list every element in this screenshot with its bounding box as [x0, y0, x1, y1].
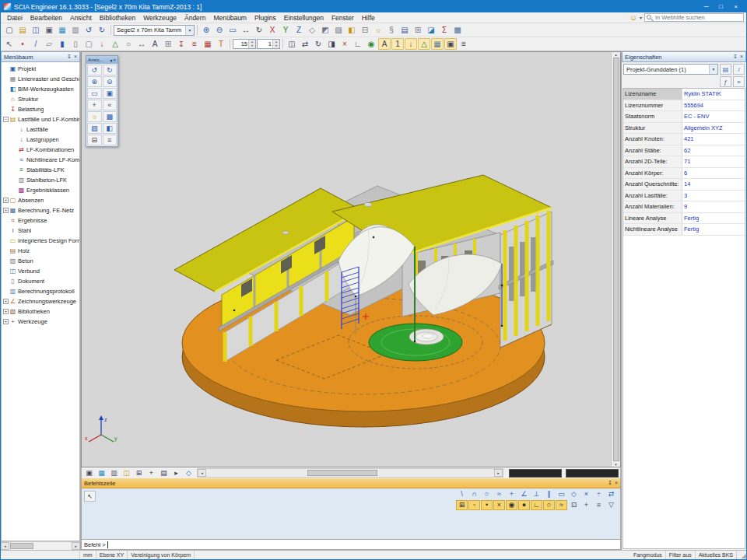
scrollbar-thumb[interactable] [307, 470, 377, 476]
animation-preview-box[interactable] [566, 469, 619, 478]
help-smiley-icon[interactable]: ☺ [630, 14, 637, 22]
tree-expander[interactable] [3, 268, 9, 274]
spline-icon[interactable]: ≈ [493, 489, 505, 499]
tree-expander[interactable]: + [3, 309, 9, 314]
divide-icon[interactable]: ÷ [593, 489, 605, 499]
numbering-toggle-icon[interactable]: 1 [391, 38, 404, 50]
tree-expander[interactable]: − [3, 117, 9, 122]
property-row[interactable]: Nichtlineare Analyse Fertig [623, 224, 745, 236]
menu-item[interactable]: Plugins [251, 13, 280, 23]
property-row[interactable]: Anzahl Körper: 6 [623, 168, 745, 180]
tree-item[interactable]: + ▢ Absenzen [3, 195, 79, 205]
model-data-toggle-icon[interactable]: ▣ [444, 38, 457, 50]
menu-item[interactable]: Ansicht [66, 13, 96, 23]
status-cell[interactable]: Vereinigung von Körpern [128, 551, 195, 559]
measure-icon[interactable]: ∟ [352, 38, 364, 50]
clipping-box-icon[interactable]: ⊟ [359, 24, 371, 36]
save-picture-icon[interactable]: ▦ [96, 468, 107, 478]
menu-item[interactable]: Bearbeiten [26, 13, 66, 23]
clip-icon[interactable]: ⊟ [87, 135, 102, 145]
tree-expander[interactable] [3, 76, 9, 82]
storeys-icon[interactable]: ▤ [398, 24, 411, 36]
project-combo[interactable]: Segel2 x 70m Kita Tamm ▾ [114, 25, 195, 36]
spin-down-icon[interactable]: ▾ [251, 44, 253, 47]
extend-icon[interactable]: ⇄ [605, 489, 617, 499]
maximize-button[interactable]: □ [714, 2, 728, 12]
pointer-mode-button[interactable]: ↖ [84, 491, 96, 502]
animation-preview-box[interactable] [509, 469, 562, 478]
raster-icon[interactable]: ⊞ [412, 24, 424, 36]
scroll-left-icon[interactable]: ◂ [198, 469, 206, 477]
spin-down-icon[interactable]: ▾ [275, 44, 277, 47]
status-cell[interactable]: Ebene XY [96, 551, 128, 559]
menu-item[interactable]: Hilfe [358, 13, 379, 23]
count-spinner[interactable]: 1 ▴▾ [257, 39, 280, 49]
support-display-toggle-icon[interactable]: △ [418, 38, 430, 50]
function-icon[interactable]: ƒ [720, 76, 731, 87]
tree-expander[interactable] [12, 137, 17, 142]
wireframe-icon[interactable]: ▨ [332, 24, 345, 36]
picture-gallery-icon[interactable]: ▦ [56, 24, 68, 36]
move-icon[interactable]: ⇄ [299, 38, 311, 50]
tree-expander[interactable] [3, 86, 9, 92]
close-icon[interactable]: × [113, 58, 116, 63]
scroll-right-icon[interactable]: ▸ [494, 469, 503, 477]
minimize-button[interactable]: ─ [699, 2, 714, 12]
grid-snap-icon[interactable]: ⊞ [456, 500, 468, 510]
render-mode-icon[interactable]: ▩ [103, 111, 117, 122]
labels-toggle-icon[interactable]: A [378, 38, 391, 50]
load-display-toggle-icon[interactable]: ↓ [405, 38, 417, 50]
layers-icon[interactable]: ◧ [345, 24, 358, 36]
axonometry-icon[interactable]: ◇ [306, 24, 318, 36]
display-settings-icon[interactable]: ≡ [458, 38, 470, 50]
resize-grip-icon[interactable]: ◢ [737, 551, 746, 559]
tree-expander[interactable] [3, 228, 9, 233]
viewport-vertical-scrollbar[interactable]: ▴ ▾ [611, 52, 620, 467]
close-icon[interactable]: × [740, 54, 743, 60]
tree-item[interactable]: ▦ Linienraster und Geschosse [3, 74, 79, 84]
ortho-snap-icon[interactable]: ∟ [531, 500, 542, 510]
property-row[interactable]: Anzahl Querschnitte: 14 [623, 179, 745, 191]
circle-icon[interactable]: ○ [481, 489, 493, 499]
zoom-window-icon[interactable]: ▭ [226, 24, 239, 36]
rectangle-icon[interactable]: ▭ [556, 489, 567, 499]
more-actions-icon[interactable]: » [733, 76, 745, 87]
tree-item[interactable]: ◫ Verbund [3, 266, 79, 276]
tree-expander[interactable] [3, 218, 9, 223]
pan-icon[interactable]: + [87, 100, 102, 110]
library-icon[interactable]: ▤ [720, 64, 731, 75]
tree-item[interactable]: ◧ BIM-Werkzeugkasten [3, 84, 79, 94]
zoom-out-icon[interactable]: ⊖ [213, 24, 226, 36]
visibility-icon[interactable]: ◉ [365, 38, 377, 50]
status-cell[interactable]: mm [80, 551, 96, 559]
render-mode-icon[interactable]: ◩ [319, 24, 331, 36]
undo-icon[interactable]: ↺ [82, 24, 95, 36]
tree-expander[interactable] [12, 177, 17, 183]
zoom-window-icon[interactable]: ▭ [87, 88, 102, 99]
tree-item[interactable]: ▨ Beton [3, 256, 79, 266]
status-cell[interactable]: Fangmodus [630, 551, 666, 559]
tree-item[interactable]: ↓ Lastfälle [3, 124, 79, 135]
cursor-select-icon[interactable]: ↖ [3, 38, 16, 50]
delete-icon[interactable]: × [338, 38, 351, 50]
menu-item[interactable]: Einstellungen [280, 13, 328, 23]
close-icon[interactable]: × [74, 54, 77, 60]
point-icon[interactable]: + [506, 489, 517, 499]
arc-icon[interactable]: ∩ [468, 489, 480, 499]
column-icon[interactable]: ▮ [56, 38, 68, 50]
tree-expander[interactable]: + [3, 319, 9, 324]
rotate-left-icon[interactable]: ↺ [87, 65, 102, 75]
tree-expander[interactable] [3, 248, 9, 254]
text-label-icon[interactable]: A [149, 38, 161, 50]
tree-item[interactable]: + ▧ Bibliotheken [3, 306, 79, 317]
tree-expander[interactable] [12, 157, 17, 163]
properties-combo[interactable]: Projekt-Grunddaten (1) ▾ [623, 64, 718, 75]
node-icon[interactable]: • [16, 38, 29, 50]
line-icon[interactable]: \ [456, 489, 468, 499]
close-button[interactable]: × [728, 2, 743, 12]
animation-icon[interactable]: ▸ [170, 468, 182, 478]
chevron-down-icon[interactable]: ▾ [640, 15, 642, 20]
tree-expander[interactable] [12, 167, 17, 173]
tree-item[interactable]: ▯ Dokument [3, 276, 79, 286]
tree-item[interactable]: ↧ Belastung [3, 104, 79, 114]
